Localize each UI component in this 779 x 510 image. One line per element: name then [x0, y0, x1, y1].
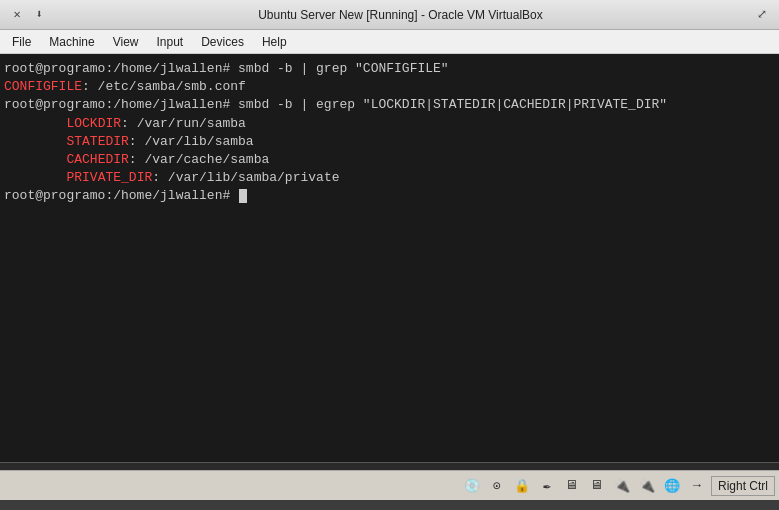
icon-network[interactable]: 🌐 [661, 475, 683, 497]
icon-circle[interactable]: ⊙ [486, 475, 508, 497]
minimize-icon: ⬇ [35, 7, 42, 22]
minimize-button[interactable]: ⬇ [30, 6, 48, 24]
menu-help[interactable]: Help [254, 33, 295, 51]
titlebar: ✕ ⬇ Ubuntu Server New [Running] - Oracle… [0, 0, 779, 30]
close-icon: ✕ [13, 7, 20, 22]
icon-arrow[interactable]: → [686, 475, 708, 497]
menu-devices[interactable]: Devices [193, 33, 252, 51]
icon-disk[interactable]: 💿 [461, 475, 483, 497]
titlebar-right: ⤢ [753, 6, 771, 24]
menu-input[interactable]: Input [149, 33, 192, 51]
icon-pen[interactable]: ✒ [536, 475, 558, 497]
menubar: File Machine View Input Devices Help [0, 30, 779, 54]
window-title: Ubuntu Server New [Running] - Oracle VM … [48, 8, 753, 22]
icon-lock[interactable]: 🔒 [511, 475, 533, 497]
menu-view[interactable]: View [105, 33, 147, 51]
icon-monitor1[interactable]: 🖥 [561, 475, 583, 497]
maximize-button[interactable]: ⤢ [753, 6, 771, 24]
icon-plug2[interactable]: 🔌 [636, 475, 658, 497]
icon-monitor2[interactable]: 🖥 [586, 475, 608, 497]
maximize-icon: ⤢ [757, 7, 767, 22]
scrollbar[interactable] [0, 462, 779, 470]
icon-plug1[interactable]: 🔌 [611, 475, 633, 497]
right-ctrl-label: Right Ctrl [711, 476, 775, 496]
statusbar: 💿 ⊙ 🔒 ✒ 🖥 🖥 🔌 🔌 🌐 → Right Ctrl [0, 470, 779, 500]
titlebar-buttons: ✕ ⬇ [8, 6, 48, 24]
menu-machine[interactable]: Machine [41, 33, 102, 51]
terminal[interactable]: root@programo:/home/jlwallen# smbd -b | … [0, 54, 779, 462]
terminal-output: root@programo:/home/jlwallen# smbd -b | … [4, 60, 775, 206]
menu-file[interactable]: File [4, 33, 39, 51]
close-button[interactable]: ✕ [8, 6, 26, 24]
